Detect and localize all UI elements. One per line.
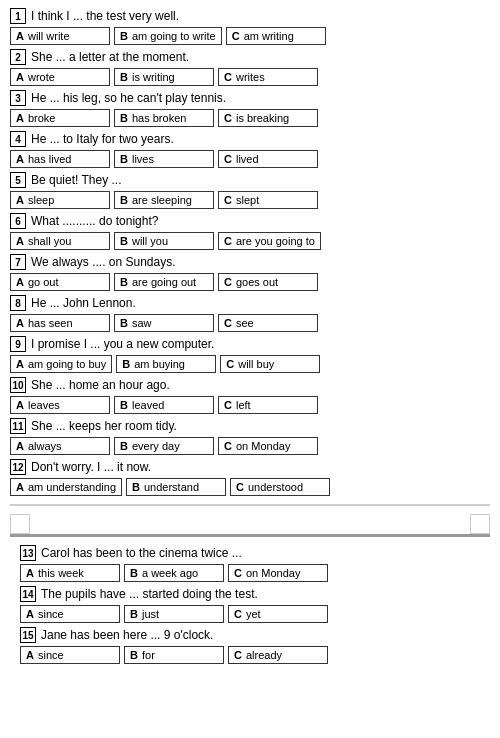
option-letter-5-B: B	[120, 194, 128, 206]
option-14-A[interactable]: Asince	[20, 605, 120, 623]
option-13-A[interactable]: Athis week	[20, 564, 120, 582]
option-text-14-B: just	[142, 608, 159, 620]
option-9-C[interactable]: Cwill buy	[220, 355, 320, 373]
option-10-A[interactable]: Aleaves	[10, 396, 110, 414]
option-11-B[interactable]: Bevery day	[114, 437, 214, 455]
option-13-C[interactable]: Con Monday	[228, 564, 328, 582]
option-14-B[interactable]: Bjust	[124, 605, 224, 623]
options-row-12: Aam understandingBunderstandCunderstood	[10, 478, 490, 496]
options-row-15: AsinceBforCalready	[20, 646, 480, 664]
option-9-A[interactable]: Aam going to buy	[10, 355, 112, 373]
question-header-13: 13Carol has been to the cinema twice ...	[20, 545, 480, 561]
question-header-8: 8He ... John Lennon.	[10, 295, 490, 311]
option-text-5-B: are sleeping	[132, 194, 192, 206]
questions2-container: 13Carol has been to the cinema twice ...…	[20, 545, 480, 664]
option-10-C[interactable]: Cleft	[218, 396, 318, 414]
question-text-9: I promise I ... you a new computer.	[31, 337, 214, 351]
option-6-B[interactable]: Bwill you	[114, 232, 214, 250]
option-text-9-B: am buying	[134, 358, 185, 370]
option-1-B[interactable]: Bam going to write	[114, 27, 222, 45]
option-text-8-A: has seen	[28, 317, 73, 329]
question-text-6: What .......... do tonight?	[31, 214, 158, 228]
option-text-3-B: has broken	[132, 112, 186, 124]
option-text-1-B: am going to write	[132, 30, 216, 42]
question-7: 7We always .... on Sundays.Ago outBare g…	[10, 254, 490, 291]
options-row-8: Ahas seenBsawCsee	[10, 314, 490, 332]
option-3-C[interactable]: Cis breaking	[218, 109, 318, 127]
option-8-A[interactable]: Ahas seen	[10, 314, 110, 332]
options-row-1: Awill writeBam going to writeCam writing	[10, 27, 490, 45]
option-13-B[interactable]: Ba week ago	[124, 564, 224, 582]
question-header-5: 5Be quiet! They ...	[10, 172, 490, 188]
option-text-13-A: this week	[38, 567, 84, 579]
option-7-C[interactable]: Cgoes out	[218, 273, 318, 291]
option-10-B[interactable]: Bleaved	[114, 396, 214, 414]
option-letter-10-B: B	[120, 399, 128, 411]
option-text-1-A: will write	[28, 30, 70, 42]
option-1-C[interactable]: Cam writing	[226, 27, 326, 45]
corner-right	[470, 514, 490, 534]
option-8-C[interactable]: Csee	[218, 314, 318, 332]
option-12-C[interactable]: Cunderstood	[230, 478, 330, 496]
option-8-B[interactable]: Bsaw	[114, 314, 214, 332]
option-6-A[interactable]: Ashall you	[10, 232, 110, 250]
option-3-B[interactable]: Bhas broken	[114, 109, 214, 127]
question-text-14: The pupils have ... started doing the te…	[41, 587, 258, 601]
option-14-C[interactable]: Cyet	[228, 605, 328, 623]
option-4-C[interactable]: Clived	[218, 150, 318, 168]
option-letter-11-C: C	[224, 440, 232, 452]
option-letter-1-C: C	[232, 30, 240, 42]
option-text-6-A: shall you	[28, 235, 71, 247]
options-row-9: Aam going to buyBam buyingCwill buy	[10, 355, 490, 373]
question-8: 8He ... John Lennon.Ahas seenBsawCsee	[10, 295, 490, 332]
option-text-14-A: since	[38, 608, 64, 620]
option-15-C[interactable]: Calready	[228, 646, 328, 664]
option-5-C[interactable]: Cslept	[218, 191, 318, 209]
option-letter-9-B: B	[122, 358, 130, 370]
option-letter-7-C: C	[224, 276, 232, 288]
corner-left	[10, 514, 30, 534]
option-15-A[interactable]: Asince	[20, 646, 120, 664]
option-1-A[interactable]: Awill write	[10, 27, 110, 45]
option-6-C[interactable]: Care you going to	[218, 232, 321, 250]
option-letter-7-B: B	[120, 276, 128, 288]
option-12-B[interactable]: Bunderstand	[126, 478, 226, 496]
question-header-12: 12Don't worry. I ... it now.	[10, 459, 490, 475]
option-text-7-B: are going out	[132, 276, 196, 288]
options-row-13: Athis weekBa week agoCon Monday	[20, 564, 480, 582]
option-11-C[interactable]: Con Monday	[218, 437, 318, 455]
option-5-B[interactable]: Bare sleeping	[114, 191, 214, 209]
question-12: 12Don't worry. I ... it now.Aam understa…	[10, 459, 490, 496]
option-5-A[interactable]: Asleep	[10, 191, 110, 209]
option-2-C[interactable]: Cwrites	[218, 68, 318, 86]
option-letter-12-B: B	[132, 481, 140, 493]
option-2-B[interactable]: Bis writing	[114, 68, 214, 86]
question-text-7: We always .... on Sundays.	[31, 255, 176, 269]
option-11-A[interactable]: Aalways	[10, 437, 110, 455]
option-text-2-A: wrote	[28, 71, 55, 83]
option-7-B[interactable]: Bare going out	[114, 273, 214, 291]
option-letter-13-A: A	[26, 567, 34, 579]
options-row-10: AleavesBleavedCleft	[10, 396, 490, 414]
option-9-B[interactable]: Bam buying	[116, 355, 216, 373]
question-15: 15Jane has been here ... 9 o'clock.Asinc…	[20, 627, 480, 664]
option-15-B[interactable]: Bfor	[124, 646, 224, 664]
option-text-6-C: are you going to	[236, 235, 315, 247]
question-3: 3He ... his leg, so he can't play tennis…	[10, 90, 490, 127]
option-4-B[interactable]: Blives	[114, 150, 214, 168]
question-number-11: 11	[10, 418, 26, 434]
option-letter-3-A: A	[16, 112, 24, 124]
question-number-4: 4	[10, 131, 26, 147]
option-12-A[interactable]: Aam understanding	[10, 478, 122, 496]
option-text-9-A: am going to buy	[28, 358, 106, 370]
option-3-A[interactable]: Abroke	[10, 109, 110, 127]
option-7-A[interactable]: Ago out	[10, 273, 110, 291]
option-letter-6-A: A	[16, 235, 24, 247]
option-2-A[interactable]: Awrote	[10, 68, 110, 86]
option-letter-1-A: A	[16, 30, 24, 42]
option-4-A[interactable]: Ahas lived	[10, 150, 110, 168]
option-letter-2-C: C	[224, 71, 232, 83]
question-header-3: 3He ... his leg, so he can't play tennis…	[10, 90, 490, 106]
options-row-7: Ago outBare going outCgoes out	[10, 273, 490, 291]
question-header-6: 6What .......... do tonight?	[10, 213, 490, 229]
